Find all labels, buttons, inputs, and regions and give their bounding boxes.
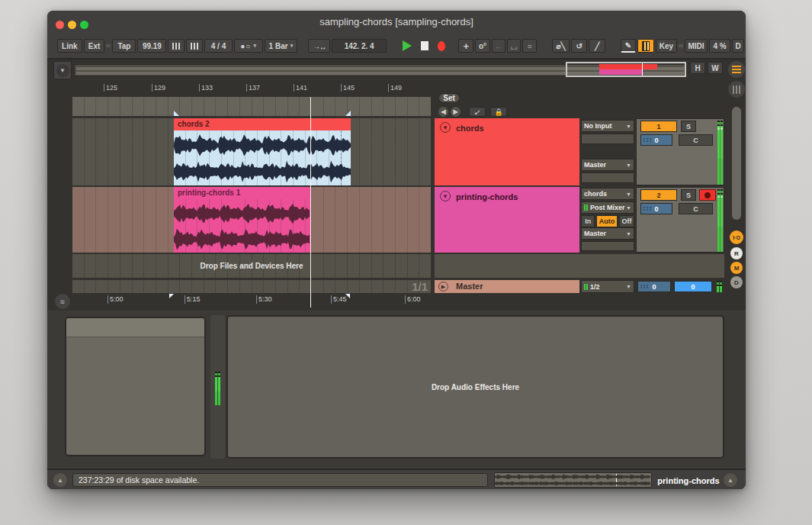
lock-envelopes-button[interactable]: 🔒 xyxy=(490,107,507,117)
loop-start-ruler-marker[interactable] xyxy=(169,294,174,298)
time-ruler[interactable]: 5:00 5:15 5:30 5:45 6:00 xyxy=(72,294,431,308)
chords-track-activator[interactable]: 1 xyxy=(640,121,677,132)
arrangement-view-selector[interactable] xyxy=(728,61,745,78)
nudge-up-button[interactable] xyxy=(186,39,203,53)
chords-volume-field[interactable]: 0 xyxy=(640,134,672,146)
ext-sync-button[interactable]: Ext xyxy=(84,39,105,53)
loop-end-ruler-marker[interactable] xyxy=(345,294,350,298)
stop-button[interactable] xyxy=(417,39,432,53)
track-header-chords[interactable]: ▼ chords xyxy=(435,118,579,185)
session-record-button[interactable]: ○ xyxy=(522,39,537,53)
metronome-menu-caret[interactable]: ▾ xyxy=(253,43,256,49)
clip-waveform-area[interactable] xyxy=(174,130,351,185)
computer-midi-keyboard-button[interactable] xyxy=(637,39,654,53)
beat-ruler[interactable]: 125 129 133 137 141 145 149 xyxy=(72,84,431,97)
track-lane-printing-chords[interactable]: printing-chords 1 xyxy=(72,187,431,253)
fold-track-button[interactable]: ▼ xyxy=(440,191,451,201)
metronome-button[interactable]: ●○▾ xyxy=(234,39,263,53)
chords-pan-field[interactable]: C xyxy=(679,134,713,146)
track-lane-chords[interactable]: chords 2 xyxy=(72,118,431,185)
fit-width-button[interactable]: W xyxy=(708,62,723,74)
track-name[interactable]: printing-chords xyxy=(456,192,518,201)
device-view-panel[interactable]: Drop Audio Effects Here xyxy=(226,315,724,459)
chords-solo-button[interactable]: S xyxy=(681,121,696,132)
printing-volume-field[interactable]: 0 xyxy=(640,203,672,214)
master-volume-field[interactable]: 0 xyxy=(674,281,712,292)
nudge-down-button[interactable] xyxy=(168,39,185,53)
show-delay-toggle[interactable]: D xyxy=(730,276,743,288)
link-button[interactable]: Link xyxy=(57,39,82,53)
printing-input-chooser[interactable]: chords▼ xyxy=(581,188,634,200)
automation-mode-button[interactable]: •– xyxy=(469,107,486,117)
track-name[interactable]: Master xyxy=(456,282,483,291)
overdub-plus-button[interactable]: + xyxy=(458,39,473,53)
midi-map-button[interactable]: MIDI xyxy=(685,39,708,53)
prev-locator-button[interactable]: ◀ xyxy=(438,107,448,117)
loop-button[interactable]: ↺ xyxy=(571,39,588,53)
chords-output-channel-box[interactable] xyxy=(581,172,634,183)
loop-start-marker[interactable] xyxy=(174,111,179,116)
chords-input-chooser[interactable]: No Input▼ xyxy=(581,120,634,132)
key-map-button[interactable]: Key xyxy=(656,39,677,53)
chords-input-channel-box[interactable] xyxy=(581,134,634,144)
master-pan-field[interactable]: 0 xyxy=(637,281,671,292)
time-ruler-corner-toggle[interactable]: ≈ xyxy=(55,294,70,309)
overview-viewport[interactable] xyxy=(566,62,686,77)
monitor-in-button[interactable]: In xyxy=(581,215,595,227)
master-lane[interactable]: 1/1 xyxy=(72,280,431,293)
printing-output-channel-box[interactable] xyxy=(581,241,634,251)
tempo-field[interactable]: 99.19 xyxy=(137,39,166,53)
printing-arm-button[interactable] xyxy=(699,189,716,201)
clip-printing-chords-1[interactable]: printing-chords 1 xyxy=(174,187,310,253)
show-mixer-toggle[interactable]: M xyxy=(730,262,743,274)
follow-button[interactable]: →‥ xyxy=(308,39,330,53)
scrub-area[interactable] xyxy=(72,97,431,116)
selected-clip-tab[interactable]: printing-chords xyxy=(656,470,721,489)
back-to-arrangement-corner-button[interactable]: ▼ xyxy=(53,61,72,79)
session-view-selector[interactable] xyxy=(728,81,745,98)
clip-view-panel[interactable] xyxy=(65,317,206,456)
printing-solo-button[interactable]: S xyxy=(681,189,696,201)
chords-output-chooser[interactable]: Master▼ xyxy=(581,159,634,171)
loop-end-marker[interactable] xyxy=(345,111,351,116)
clip-overview-mini[interactable] xyxy=(494,472,652,488)
punch-out-button[interactable]: ╱ xyxy=(589,39,605,53)
arrangement-position-field[interactable]: 142. 2. 4 xyxy=(332,39,387,53)
next-locator-button[interactable]: ▶ xyxy=(451,107,461,117)
drop-files-lane[interactable]: Drop Files and Devices Here xyxy=(72,254,431,278)
set-locator-button[interactable]: Set xyxy=(438,93,460,103)
tap-tempo-button[interactable]: Tap xyxy=(112,39,136,53)
back-to-arrangement-button[interactable]: ← xyxy=(492,39,505,53)
clip-view-header[interactable] xyxy=(66,318,204,337)
show-info-view-toggle[interactable]: ▲ xyxy=(53,473,67,487)
play-button[interactable] xyxy=(399,39,416,53)
show-io-toggle[interactable]: I·O xyxy=(730,230,743,244)
master-output-chooser[interactable]: 1/2▼ xyxy=(581,280,634,293)
track-name[interactable]: chords xyxy=(456,124,484,133)
printing-output-chooser[interactable]: Master▼ xyxy=(581,227,634,240)
printing-track-activator[interactable]: 2 xyxy=(640,189,677,201)
clip-chords-2[interactable]: chords 2 xyxy=(174,118,351,185)
time-signature-field[interactable]: 4 / 4 xyxy=(204,39,232,53)
show-returns-toggle[interactable]: R xyxy=(730,247,743,259)
fit-height-button[interactable]: H xyxy=(690,62,705,74)
track-header-printing-chords[interactable]: ▼ printing-chords xyxy=(435,187,579,253)
printing-pan-field[interactable]: C xyxy=(679,203,713,214)
clip-title-bar[interactable]: printing-chords 1 xyxy=(174,187,310,199)
show-detail-view-toggle[interactable]: ▲ xyxy=(724,473,737,487)
clip-title-bar[interactable]: chords 2 xyxy=(174,118,351,130)
track-header-master[interactable]: ▶ Master xyxy=(435,280,579,293)
record-button[interactable] xyxy=(434,39,449,53)
re-enable-automation-button[interactable]: ⌞⌟ xyxy=(507,39,521,53)
fold-track-button[interactable]: ▼ xyxy=(440,122,451,133)
monitor-auto-button[interactable]: Auto xyxy=(596,215,617,227)
master-fold-button[interactable]: ▶ xyxy=(438,282,448,291)
vertical-scrollbar[interactable] xyxy=(732,107,741,220)
clip-waveform-area[interactable] xyxy=(174,199,310,253)
quantize-menu[interactable]: 1 Bar▾ xyxy=(265,39,298,53)
draw-mode-button[interactable]: ✎ xyxy=(621,39,636,53)
punch-in-button[interactable]: ⌀╲ xyxy=(552,39,570,53)
printing-input-channel-chooser[interactable]: Post Mixer▼ xyxy=(581,201,634,214)
monitor-off-button[interactable]: Off xyxy=(619,215,634,227)
automation-arm-button[interactable]: o° xyxy=(475,39,490,53)
